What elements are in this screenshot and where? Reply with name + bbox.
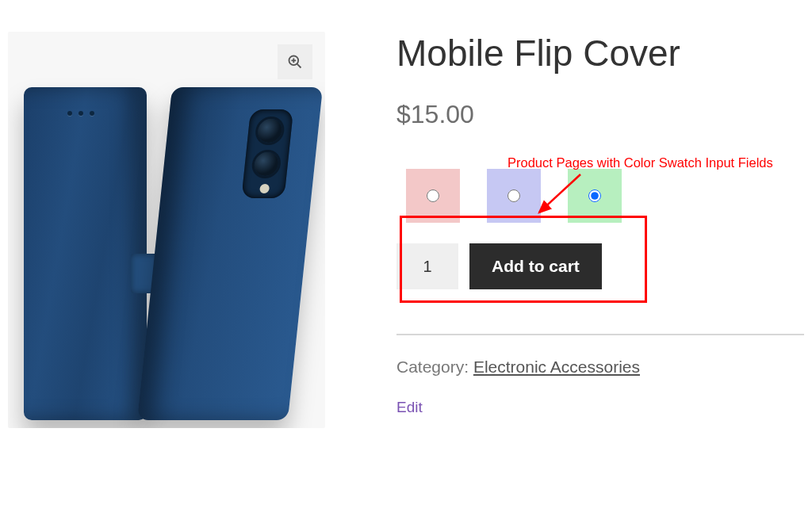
color-swatch-1[interactable] [406,169,460,223]
product-category: Category: Electronic Accessories [396,358,804,377]
add-to-cart-button[interactable]: Add to cart [469,243,602,289]
color-swatches [406,169,804,223]
zoom-button[interactable] [278,44,312,79]
product-gallery [8,32,325,428]
annotation-text: Product Pages with Color Swatch Input Fi… [508,155,773,170]
color-radio-2[interactable] [508,189,520,202]
product-title: Mobile Flip Cover [396,32,804,75]
color-swatch-3[interactable] [568,169,622,223]
zoom-in-icon [287,54,303,70]
svg-line-1 [297,64,301,68]
color-radio-3[interactable] [588,189,601,202]
color-swatch-2[interactable] [487,169,541,223]
category-label: Category: [396,358,473,376]
color-radio-1[interactable] [427,189,439,202]
edit-link[interactable]: Edit [396,399,423,415]
product-image[interactable] [8,32,325,428]
meta-separator [396,334,804,335]
product-price: $15.00 [396,100,804,129]
quantity-input[interactable] [396,243,458,289]
category-link[interactable]: Electronic Accessories [473,358,640,376]
